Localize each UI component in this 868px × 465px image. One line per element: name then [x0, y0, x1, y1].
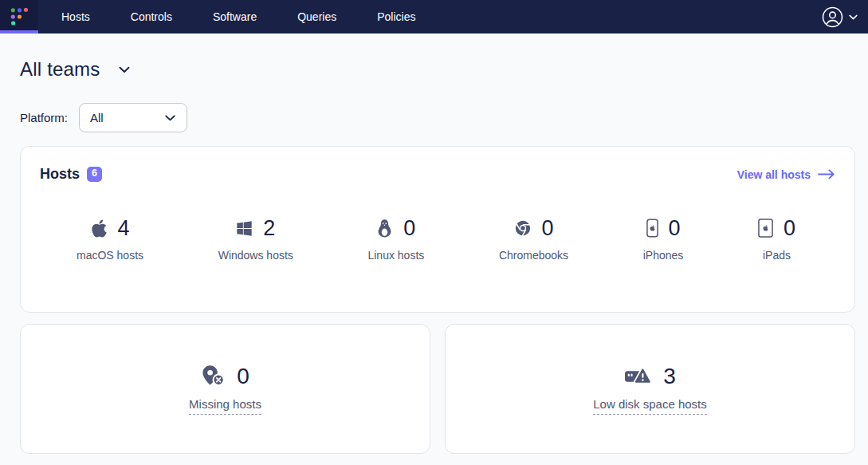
stat-tile-ipads[interactable]: 0 iPads [758, 215, 795, 262]
chevron-down-icon [849, 14, 858, 20]
platform-stats-row: 4 macOS hosts 2 Windows hosts [40, 215, 835, 262]
user-avatar-icon [822, 6, 843, 28]
view-all-hosts-link[interactable]: View all hosts [737, 168, 835, 181]
nav-item-controls[interactable]: Controls [131, 0, 172, 33]
stat-tile-macos[interactable]: 4 macOS hosts [77, 215, 143, 262]
account-menu-button[interactable] [822, 0, 868, 33]
team-selector[interactable]: All teams [20, 58, 855, 81]
page-title: All teams [20, 58, 100, 81]
fleet-logo-home-button[interactable] [0, 0, 38, 33]
low-disk-space-icon [624, 365, 652, 387]
hosts-count-badge: 6 [87, 167, 102, 182]
chevron-down-icon [165, 115, 175, 121]
platform-select-value: All [90, 111, 104, 124]
linux-host-count: 0 [403, 216, 415, 241]
windows-host-label: Windows hosts [218, 249, 293, 262]
missing-hosts-count: 0 [237, 364, 249, 389]
macos-host-label: macOS hosts [77, 249, 143, 262]
nav-item-policies[interactable]: Policies [377, 0, 415, 33]
hosts-card-title: Hosts [40, 166, 80, 183]
iphone-label: iPhones [643, 249, 684, 262]
iphone-icon [646, 219, 658, 238]
stat-tile-linux[interactable]: 0 Linux hosts [367, 215, 424, 262]
platform-filter: Platform: All [20, 103, 855, 132]
windows-icon [236, 220, 253, 237]
stat-tile-chromebooks[interactable]: 0 Chromebooks [499, 215, 568, 262]
linux-host-label: Linux hosts [367, 249, 424, 262]
missing-hosts-card[interactable]: 0 Missing hosts [20, 324, 430, 454]
chromebook-count: 0 [542, 216, 554, 241]
iphone-count: 0 [669, 216, 681, 241]
fleet-logo-icon [9, 6, 29, 27]
hosts-summary-card: Hosts 6 View all hosts 4 macOS hosts [20, 146, 855, 313]
stat-tile-iphones[interactable]: 0 iPhones [643, 215, 684, 262]
chrome-icon [514, 219, 532, 237]
missing-hosts-label[interactable]: Missing hosts [189, 397, 261, 415]
nav-item-queries[interactable]: Queries [297, 0, 336, 33]
nav-item-software[interactable]: Software [213, 0, 257, 33]
ipad-icon [758, 219, 773, 238]
arrow-right-icon [818, 169, 835, 179]
ipad-label: iPads [763, 249, 791, 262]
chevron-down-icon [119, 66, 130, 73]
linux-icon [376, 219, 393, 238]
nav-menu: Hosts Controls Software Queries Policies [61, 0, 415, 33]
nav-item-hosts[interactable]: Hosts [61, 0, 90, 33]
active-tab-indicator [0, 30, 38, 33]
stat-tile-windows[interactable]: 2 Windows hosts [218, 215, 293, 262]
hosts-card-header: Hosts 6 View all hosts [40, 166, 835, 183]
metric-cards-row: 0 Missing hosts 3 Low disk spa [20, 324, 855, 454]
view-all-hosts-label: View all hosts [737, 168, 811, 181]
windows-host-count: 2 [263, 216, 275, 241]
platform-select[interactable]: All [79, 103, 187, 132]
ipad-count: 0 [784, 216, 795, 241]
dashboard-page: All teams Platform: All Hosts 6 View all… [0, 58, 868, 454]
missing-hosts-icon [201, 365, 226, 388]
top-navbar: Hosts Controls Software Queries Policies [0, 0, 868, 33]
platform-filter-label: Platform: [20, 111, 68, 124]
chromebook-label: Chromebooks [499, 249, 568, 262]
apple-icon [91, 219, 108, 238]
low-disk-space-label[interactable]: Low disk space hosts [593, 397, 707, 415]
low-disk-space-count: 3 [663, 364, 676, 389]
macos-host-count: 4 [118, 216, 130, 241]
low-disk-space-card[interactable]: 3 Low disk space hosts [445, 324, 855, 454]
